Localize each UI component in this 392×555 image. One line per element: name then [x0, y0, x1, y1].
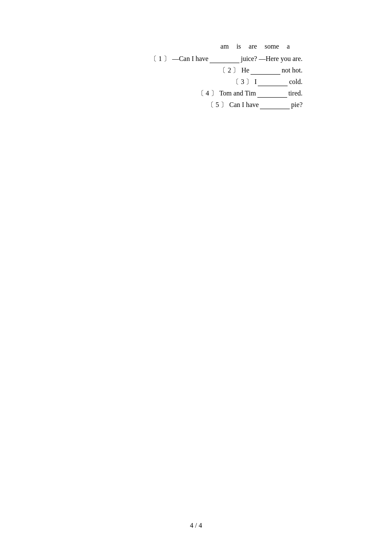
- sentence-2-blank: [251, 66, 280, 75]
- sentence-1: 〔 1 〕 —Can I have juice? —Here you are.: [150, 55, 303, 64]
- word-a: a: [287, 43, 290, 50]
- sentence-3: 〔 3 〕 I cold.: [232, 78, 303, 87]
- sentence-2-number: 〔 2 〕: [219, 66, 239, 75]
- page-footer: 4 / 4: [0, 522, 392, 529]
- word-are: are: [249, 43, 257, 50]
- sentence-5-part1: Can I have: [229, 101, 259, 109]
- sentence-4-part2: tired.: [288, 90, 303, 97]
- sentence-5-blank: [260, 101, 290, 109]
- sentence-2: 〔 2 〕 He not hot.: [219, 66, 303, 75]
- word-bank: am is are some a: [220, 43, 303, 50]
- sentence-4: 〔 4 〕 Tom and Tim tired.: [197, 89, 303, 98]
- sentence-5-number: 〔 5 〕: [207, 101, 228, 110]
- sentence-4-blank: [257, 90, 287, 98]
- sentence-5: 〔 5 〕 Can I have pie?: [207, 101, 303, 110]
- sentence-1-part2: juice? —Here you are.: [241, 55, 303, 63]
- sentence-3-part1: I: [254, 78, 257, 86]
- sentence-4-part1: Tom and Tim: [219, 90, 256, 97]
- word-is: is: [236, 43, 241, 50]
- sentence-3-part2: cold.: [289, 78, 303, 86]
- page-content: am is are some a 〔 1 〕 —Can I have juice…: [0, 43, 392, 112]
- sentence-1-blank: [210, 55, 239, 63]
- sentence-5-part2: pie?: [291, 101, 303, 109]
- sentence-1-number: 〔 1 〕: [150, 55, 170, 64]
- word-am: am: [220, 43, 229, 50]
- word-some: some: [265, 43, 279, 50]
- sentence-3-blank: [258, 78, 288, 86]
- sentence-2-part2: not hot.: [282, 66, 303, 74]
- exercise-block: am is are some a 〔 1 〕 —Can I have juice…: [89, 43, 303, 112]
- sentence-3-number: 〔 3 〕: [232, 78, 253, 87]
- sentence-1-part1: —Can I have: [172, 55, 208, 63]
- sentence-4-number: 〔 4 〕: [197, 89, 218, 98]
- sentence-2-part1: He: [241, 66, 249, 74]
- page-indicator: 4 / 4: [190, 522, 202, 529]
